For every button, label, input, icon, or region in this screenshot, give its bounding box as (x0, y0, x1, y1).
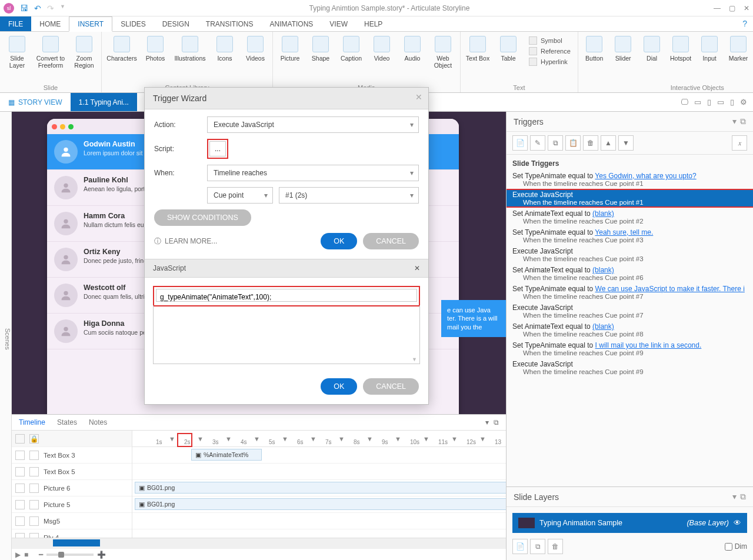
timeline-track[interactable] (132, 464, 506, 480)
layers-menu-icon[interactable]: ▾ (732, 492, 737, 502)
help-icon[interactable]: ? (737, 16, 753, 31)
eye-icon[interactable] (15, 451, 25, 460)
btn-slider[interactable]: Slider (611, 34, 636, 62)
close-icon[interactable]: ✕ (744, 4, 749, 12)
lock-icon[interactable] (29, 467, 39, 476)
settings-gear-icon[interactable]: ⚙ (740, 98, 747, 106)
btn-picture[interactable]: Picture (276, 34, 304, 62)
btn-convert-freeform[interactable]: Convert to Freeform (34, 34, 67, 69)
trigger-item[interactable]: Execute JavaScriptWhen the timeline reac… (507, 189, 753, 208)
action-select[interactable]: Execute JavaScript▾ (207, 116, 419, 133)
slide-tab[interactable]: 1.1 Typing Ani... (71, 93, 137, 111)
play-icon[interactable]: ▶ (15, 551, 21, 559)
timeline-row[interactable]: Text Box 5 (12, 464, 132, 480)
lock-icon[interactable] (29, 500, 39, 509)
trigger-item[interactable]: Set AnimateText equal to (blank)When the… (507, 264, 753, 283)
timeline-clip[interactable]: ▣%AnimateText% (191, 449, 262, 461)
minimize-icon[interactable]: — (714, 4, 721, 12)
tab-states[interactable]: States (57, 418, 77, 426)
cue-marker-icon[interactable]: ▼ (395, 435, 401, 442)
js-ok-button[interactable]: OK (321, 378, 357, 395)
tab-file[interactable]: FILE (0, 16, 31, 31)
timeline-track[interactable] (132, 513, 506, 529)
trigger-item[interactable]: Execute JavaScriptWhen the timeline reac… (507, 245, 753, 264)
btn-symbol[interactable]: Symbol (529, 36, 571, 45)
btn-videos[interactable]: Videos (242, 34, 269, 62)
base-layer[interactable]: Typing Animation Sample (Base Layer) 👁 (512, 513, 747, 533)
scenes-tab[interactable]: Scenes (0, 112, 12, 560)
trigger-link[interactable]: Yes Godwin, what are you upto? (595, 172, 696, 180)
tab-view[interactable]: VIEW (321, 16, 356, 31)
wizard-cancel-button[interactable]: CANCEL (363, 233, 419, 249)
eye-header-icon[interactable] (15, 434, 25, 444)
tablet-portrait-icon[interactable]: ▯ (707, 98, 711, 106)
eye-icon[interactable] (15, 484, 25, 493)
timeline-scrollbar[interactable] (12, 538, 506, 548)
trigger-list[interactable]: Slide Triggers Set TypeAnimate equal to … (507, 155, 753, 486)
trigger-link[interactable]: I will mail you the link in a second. (595, 341, 702, 349)
eye-icon[interactable] (15, 467, 25, 476)
tab-transitions[interactable]: TRANSITIONS (198, 16, 262, 31)
btn-icons[interactable]: Icons (211, 34, 238, 62)
btn-video[interactable]: Video (368, 34, 395, 62)
save-icon[interactable]: 🖫 (20, 4, 28, 13)
cue-value-select[interactable]: #1 (2s)▾ (279, 187, 419, 204)
when-select[interactable]: Timeline reaches▾ (207, 165, 419, 181)
lock-icon[interactable] (29, 533, 39, 538)
copy-trigger-icon[interactable]: ⧉ (548, 135, 563, 151)
btn-hotspot[interactable]: Hotspot (668, 34, 694, 62)
timeline-row[interactable]: Text Box 3 (12, 447, 132, 464)
cue-marker-icon[interactable]: ▼ (282, 435, 288, 442)
cue-type-select[interactable]: Cue point▾ (207, 187, 273, 204)
tab-notes[interactable]: Notes (89, 418, 107, 426)
trigger-item[interactable]: Set TypeAnimate equal to Yeah sure, tell… (507, 226, 753, 245)
btn-caption[interactable]: Caption (338, 34, 365, 62)
trigger-link[interactable]: (blank) (592, 266, 614, 274)
cue-marker-icon[interactable]: ▼ (479, 435, 486, 442)
qat-dropdown-icon[interactable]: ▼ (60, 4, 65, 13)
btn-slide-layer[interactable]: Slide Layer (4, 34, 31, 69)
trigger-item[interactable]: Set TypeAnimate equal to I will mail you… (507, 339, 753, 358)
btn-shape[interactable]: Shape (307, 34, 334, 62)
stop-icon[interactable]: ■ (24, 551, 28, 559)
cue-marker-icon[interactable]: ▼ (310, 435, 316, 442)
trigger-link[interactable]: Yeah sure, tell me. (595, 228, 653, 236)
trigger-item[interactable]: Set AnimateText equal to (blank)When the… (507, 208, 753, 226)
script-button[interactable]: ... (209, 141, 226, 156)
cue-marker-icon[interactable]: ▼ (225, 435, 232, 442)
cue-marker-icon[interactable]: ▼ (169, 435, 175, 442)
btn-marker[interactable]: Marker (726, 34, 751, 62)
zoom-out-icon[interactable]: ━ (39, 551, 43, 559)
timeline-row[interactable]: Msg5 (12, 513, 132, 529)
trigger-link[interactable]: (blank) (592, 322, 614, 331)
triggers-popout-icon[interactable]: ⧉ (740, 116, 746, 126)
layers-popout-icon[interactable]: ⧉ (740, 492, 746, 502)
dim-checkbox[interactable] (725, 543, 732, 551)
trigger-item[interactable]: Set TypeAnimate equal to We can use Java… (507, 283, 753, 302)
story-view-tab[interactable]: ▦STORY VIEW (0, 98, 71, 106)
tl-popout-icon[interactable]: ⧉ (494, 418, 499, 426)
btn-input[interactable]: Input (697, 34, 722, 62)
wizard-ok-button[interactable]: OK (321, 233, 357, 249)
edit-trigger-icon[interactable]: ✎ (530, 135, 545, 151)
timeline-row[interactable]: Rlv 4 (12, 529, 132, 538)
laptop-view-icon[interactable]: ▭ (694, 98, 701, 106)
timeline-track[interactable]: ▣%AnimateText% (132, 447, 506, 464)
eye-icon[interactable] (15, 516, 25, 526)
trigger-item[interactable]: Set TypeAnimate equal to Yes Godwin, wha… (507, 170, 753, 189)
show-conditions-button[interactable]: SHOW CONDITIONS (154, 209, 251, 226)
timeline-clip[interactable]: ▣BG01.png (135, 482, 506, 494)
move-down-icon[interactable]: ▼ (618, 135, 634, 151)
trigger-link[interactable]: We can use JavaScript to make it faster.… (595, 285, 745, 293)
learn-more-link[interactable]: ⓘLEARN MORE... (154, 236, 217, 246)
tab-timeline[interactable]: Timeline (19, 418, 45, 426)
tab-home[interactable]: HOME (31, 16, 69, 31)
tab-slides[interactable]: SLIDES (112, 16, 154, 31)
js-cancel-button[interactable]: CANCEL (363, 378, 419, 395)
dup-layer-icon[interactable]: ⧉ (530, 539, 545, 554)
btn-table[interactable]: Table (495, 34, 522, 62)
add-layer-icon[interactable]: 📄 (512, 539, 528, 554)
maximize-icon[interactable]: ▢ (729, 4, 735, 12)
delete-trigger-icon[interactable]: 🗑 (583, 135, 598, 151)
tab-insert[interactable]: INSERT (69, 16, 112, 32)
